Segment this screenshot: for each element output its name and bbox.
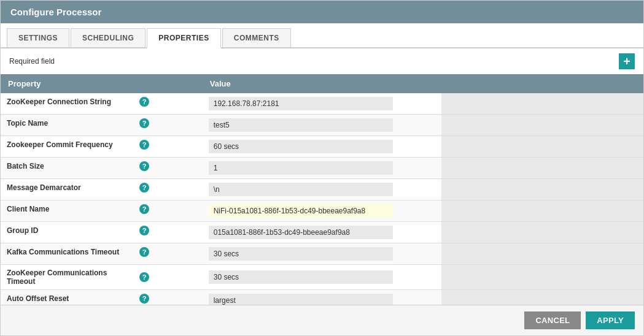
cancel-button[interactable]: CANCEL <box>524 311 581 329</box>
extra-cell <box>441 115 643 136</box>
property-value[interactable]: 015a1081-886f-1b53-dc49-bbeeae9af9a8 <box>209 226 393 239</box>
table-row: ZooKeeper Connection String?192.168.78.8… <box>1 93 643 115</box>
property-value[interactable]: test5 <box>209 118 393 132</box>
tab-comments[interactable]: COMMENTS <box>222 28 291 47</box>
table-row: Batch Size?1 <box>1 158 643 179</box>
help-icon[interactable]: ? <box>139 161 149 171</box>
property-value[interactable]: 30 secs <box>209 270 393 284</box>
table-row: Group ID?015a1081-886f-1b53-dc49-bbeeae9… <box>1 222 643 243</box>
property-name: Topic Name <box>7 119 136 128</box>
property-name: Auto Offset Reset <box>7 294 136 303</box>
property-value[interactable]: 192.168.78.87:2181 <box>209 97 393 110</box>
property-value[interactable]: 60 secs <box>209 140 393 153</box>
extra-cell <box>441 158 643 179</box>
help-icon[interactable]: ? <box>139 204 149 214</box>
property-name: ZooKeeper Communications Timeout <box>7 269 136 286</box>
extra-cell <box>441 265 643 290</box>
property-name: Batch Size <box>7 162 136 170</box>
property-value[interactable]: largest <box>209 294 393 305</box>
required-field-label: Required field <box>9 57 55 66</box>
property-value[interactable]: 1 <box>209 161 393 175</box>
help-icon[interactable]: ? <box>139 294 149 304</box>
property-value[interactable]: 30 secs <box>209 247 393 261</box>
add-property-button[interactable]: + <box>619 53 635 69</box>
property-name: Group ID <box>7 226 136 235</box>
tabs-bar: SETTINGS SCHEDULING PROPERTIES COMMENTS <box>1 23 643 48</box>
extra-cell <box>441 243 643 265</box>
table-row: Zookeeper Commit Frequency?60 secs <box>1 136 643 158</box>
extra-cell <box>441 222 643 243</box>
table-row: Message Demarcator?\n <box>1 179 643 200</box>
property-name: Kafka Communications Timeout <box>7 248 136 256</box>
dialog-footer: CANCEL APPLY <box>1 305 643 335</box>
required-field-bar: Required field + <box>1 48 643 74</box>
dialog-title: Configure Processor <box>1 1 643 23</box>
help-icon[interactable]: ? <box>139 140 149 150</box>
table-row: Auto Offset Reset?largest <box>1 290 643 305</box>
tab-properties[interactable]: PROPERTIES <box>147 28 220 48</box>
table-row: Kafka Communications Timeout?30 secs <box>1 243 643 265</box>
help-icon[interactable]: ? <box>139 226 149 235</box>
extra-header <box>441 74 643 93</box>
extra-cell <box>441 93 643 115</box>
tab-settings[interactable]: SETTINGS <box>7 28 69 47</box>
property-value[interactable]: \n <box>209 183 393 196</box>
tab-scheduling[interactable]: SCHEDULING <box>71 28 145 47</box>
extra-cell <box>441 179 643 200</box>
property-name: ZooKeeper Connection String <box>7 97 136 106</box>
value-header: Value <box>203 74 442 93</box>
property-value[interactable]: NiFi-015a1081-886f-1b53-dc49-bbeeae9af9a… <box>209 204 393 218</box>
property-name: Client Name <box>7 205 136 213</box>
table-row: Client Name?NiFi-015a1081-886f-1b53-dc49… <box>1 200 643 222</box>
extra-cell <box>441 290 643 305</box>
property-name: Zookeeper Commit Frequency <box>7 140 136 149</box>
property-header: Property <box>1 74 203 93</box>
table-row: Topic Name?test5 <box>1 115 643 136</box>
property-name: Message Demarcator <box>7 183 136 192</box>
extra-cell <box>441 200 643 222</box>
help-icon[interactable]: ? <box>139 97 149 107</box>
properties-table: Property Value ZooKeeper Connection Stri… <box>1 74 643 305</box>
help-icon[interactable]: ? <box>139 118 149 128</box>
help-icon[interactable]: ? <box>139 183 149 193</box>
extra-cell <box>441 136 643 158</box>
table-row: ZooKeeper Communications Timeout?30 secs <box>1 265 643 290</box>
apply-button[interactable]: APPLY <box>586 311 635 329</box>
help-icon[interactable]: ? <box>139 247 149 257</box>
properties-table-container: Property Value ZooKeeper Connection Stri… <box>1 74 643 305</box>
help-icon[interactable]: ? <box>139 272 149 282</box>
